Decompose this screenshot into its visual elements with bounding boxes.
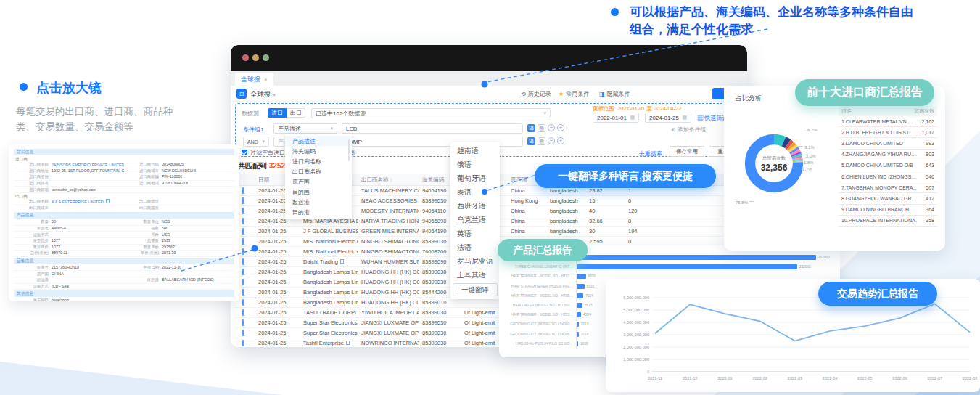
date-cell: 2024-01-25 <box>255 238 300 245</box>
maximize-window-dot[interactable] <box>263 54 269 61</box>
field-menu-item[interactable]: 出口商名称 <box>285 166 352 176</box>
copy-icon[interactable] <box>106 199 110 203</box>
copy-icon[interactable] <box>340 259 344 264</box>
app-name[interactable]: 全球搜 ▾ <box>250 90 276 99</box>
history-button[interactable]: ⟲历史记录 <box>521 89 551 99</box>
close-window-dot[interactable] <box>242 54 249 61</box>
field-menu-item[interactable]: 目的港 <box>285 207 352 217</box>
field-menu-item[interactable]: 海关编码 <box>285 146 352 156</box>
field-menu-item[interactable]: 原产国 <box>285 176 352 187</box>
sort-icon[interactable]: ↕ <box>390 177 393 182</box>
add-condition-icon[interactable]: + <box>557 124 564 131</box>
origin-cell: China <box>508 187 547 194</box>
language-menu-item[interactable]: 西班牙语 <box>450 199 500 213</box>
date-cell: 2024-01-25 <box>255 258 300 265</box>
hide-conditions-button[interactable]: ◨隐藏条件 <box>599 89 630 99</box>
magnifier-icon[interactable] <box>242 269 244 275</box>
match-mode-icon[interactable]: ▤ <box>538 137 545 145</box>
logic-select[interactable]: AND▾ <box>243 137 269 147</box>
magnifier-icon[interactable] <box>242 340 244 346</box>
magnifier-icon[interactable] <box>242 208 244 214</box>
language-menu-item[interactable]: 乌克兰语 <box>450 213 500 227</box>
quick-filter-link[interactable]: ▦ 快速筛选 <box>697 114 728 122</box>
field-menu-item[interactable]: 起运港 <box>285 197 352 207</box>
top10-list-item[interactable]: 9.DAMCO NINGBO BRANCH364 <box>839 205 937 216</box>
magnifier-icon[interactable] <box>242 309 244 316</box>
language-menu-item[interactable]: 罗马尼亚语 <box>450 254 500 268</box>
magnifier-icon[interactable] <box>242 258 244 265</box>
field-menu-item[interactable]: 目的国 <box>285 187 352 197</box>
magnifier-icon[interactable] <box>242 248 244 255</box>
magnifier-icon[interactable] <box>242 238 244 245</box>
magnifier-button[interactable] <box>234 309 255 316</box>
tab-close-icon[interactable]: × <box>264 76 268 83</box>
column-header[interactable]: 出口商名称↕ <box>358 176 419 184</box>
bar-row[interactable]: THREE CHANNEL LINEAR IC (INT…232060 <box>499 262 840 272</box>
top10-list-item[interactable]: 10.PROSPACE INTERNATIONA…358 <box>839 216 937 227</box>
field-menu-item[interactable]: 产品描述 <box>285 136 352 146</box>
translate-icon[interactable]: 译 <box>527 124 535 132</box>
save-common-button[interactable]: 保存常用 <box>670 146 704 157</box>
field-select-1[interactable]: 产品描述▾ <box>273 123 337 134</box>
import-toggle[interactable]: 进口 <box>268 108 287 118</box>
hs-code-cell: 85399030 <box>419 319 461 326</box>
language-menu-item[interactable]: 越南语 <box>450 144 500 158</box>
top10-list-item[interactable]: 8.GUANGZHOU WANBAO GR…412 <box>839 193 937 204</box>
magnifier-button[interactable] <box>234 319 255 326</box>
add-condition-icon[interactable]: + <box>557 137 564 144</box>
magnifier-icon[interactable] <box>242 187 244 194</box>
magnifier-icon[interactable] <box>242 299 244 306</box>
translate-icon[interactable]: 译 <box>527 137 535 145</box>
top10-list-item[interactable]: 4.ZHANGJIAGANG YIHUA RU…803 <box>839 150 937 160</box>
top10-list-item[interactable]: 3.DAMCO CHINA LIMITED993 <box>839 138 937 149</box>
bar-value: 232060 <box>799 265 811 269</box>
dedup-search-link[interactable]: 去重搜索 <box>639 150 662 158</box>
magnifier-icon[interactable] <box>242 289 244 296</box>
remove-condition-icon[interactable]: − <box>548 137 555 144</box>
add-group-link[interactable]: ⊕ 添加条件组 <box>671 126 707 134</box>
one-click-translate-button[interactable]: 一键翻译 <box>453 283 498 296</box>
magnifier-icon[interactable] <box>242 279 244 285</box>
transaction-detail-panel: 贸易信息进口商进口商名称JAINSONS EMPORIO PRIVATE LIM… <box>9 144 239 301</box>
language-menu-item[interactable]: 英语 <box>450 227 500 240</box>
filter-blank-importer-checkbox[interactable]: 过滤空白进口商 <box>242 149 291 157</box>
magnifier-icon[interactable] <box>242 228 244 235</box>
top10-list-item[interactable]: 7.TANGSHAN MONOPY CERA…507 <box>839 182 937 193</box>
svg-text:5,000,000,000: 5,000,000,000 <box>623 308 649 312</box>
bar-label: HRD-32-AL-P105-24 PILO (23 MO… <box>499 342 576 346</box>
tab-global-search[interactable]: 全球搜 × <box>235 73 273 86</box>
keyword-input-1[interactable] <box>346 126 519 132</box>
date-from-field[interactable]: ▦ <box>593 113 639 123</box>
magnifier-button[interactable] <box>234 330 255 336</box>
magnifier-button[interactable] <box>234 340 255 346</box>
remove-condition-icon[interactable]: − <box>548 124 555 131</box>
date-to-input[interactable] <box>649 115 682 121</box>
field-menu-item[interactable]: 进口商名称 <box>285 156 352 166</box>
language-menu-item[interactable]: 土耳其语 <box>450 268 500 282</box>
language-menu-item[interactable]: 俄语 <box>450 158 500 171</box>
magnifier-icon[interactable] <box>242 218 244 224</box>
minimize-window-dot[interactable] <box>252 54 259 61</box>
left-callout-desc-line2: 类、交易数量、交易金额等 <box>16 119 173 134</box>
language-menu-item[interactable]: 葡萄牙语 <box>450 171 500 185</box>
date-from-input[interactable] <box>597 115 630 121</box>
report-button-partial[interactable] <box>712 88 724 99</box>
magnifier-icon[interactable] <box>242 319 244 326</box>
scrollbar[interactable] <box>348 139 350 161</box>
top10-list-item[interactable]: 5.DAMCO CHINA LIMITED O/B643 <box>839 160 937 171</box>
datasource-select[interactable]: 已选中102个数据源▾ <box>311 108 551 118</box>
date-cell: 2024-01-25 <box>255 248 300 255</box>
magnifier-icon[interactable] <box>242 330 244 336</box>
export-toggle[interactable]: 出口 <box>287 108 305 118</box>
match-mode-icon[interactable]: ▤ <box>538 124 545 132</box>
language-menu-item[interactable]: 法语 <box>450 240 500 254</box>
top10-list-item[interactable]: 1.CLEARWATER METAL VN …2,162 <box>839 116 937 127</box>
common-conditions-button[interactable]: ★常用条件 <box>559 89 589 99</box>
copy-icon[interactable] <box>346 341 350 345</box>
magnifier-icon[interactable] <box>242 198 244 204</box>
top10-list-item[interactable]: 2.H.U.B. FREIGHT & LOGISTI…1,012 <box>839 127 937 138</box>
date-to-field[interactable]: ▦ <box>645 113 691 123</box>
top10-list-item[interactable]: 6.CHIEN LUEN IND (ZHONGS…546 <box>839 171 937 182</box>
bar-label: THREE CHANNEL LINEAR IC (INT… <box>499 265 576 269</box>
language-menu-item[interactable]: 泰语 <box>450 185 500 199</box>
